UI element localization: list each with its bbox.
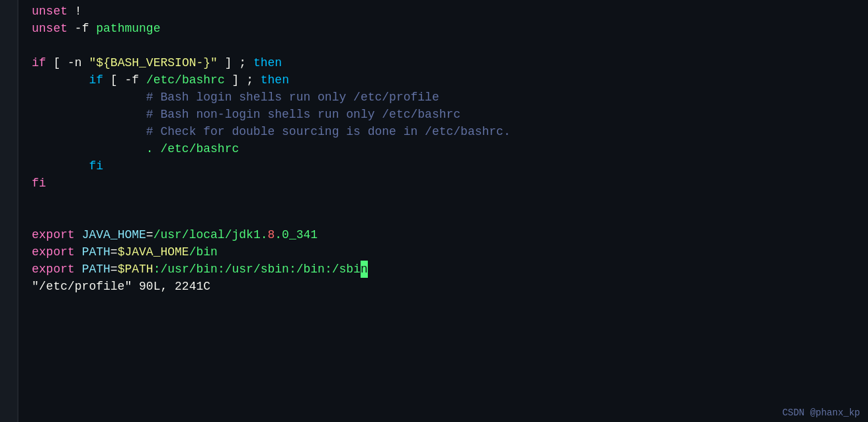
code-area[interactable]: unset ! unset -f pathmunge if [ -n "${BA…: [19, 0, 868, 422]
code-line: # Bash login shells run only /etc/profil…: [32, 89, 868, 106]
code-line: if [ -f /etc/bashrc ] ; then: [32, 71, 868, 89]
code-line: unset -f pathmunge: [32, 20, 868, 37]
line-gutter: [0, 0, 19, 422]
code-line: # Check for double sourcing is done in /…: [32, 123, 868, 140]
code-line: unset !: [32, 3, 868, 20]
code-line: fi: [32, 175, 868, 192]
code-line: if [ -n "${BASH_VERSION-}" ] ; then: [32, 54, 868, 71]
editor-container: unset ! unset -f pathmunge if [ -n "${BA…: [0, 0, 868, 422]
csdn-watermark: CSDN @phanx_kp: [782, 407, 860, 418]
code-line: export PATH=$JAVA_HOME/bin: [32, 243, 868, 261]
code-line: [32, 192, 868, 209]
code-line: export PATH=$PATH:/usr/bin:/usr/sbin:/bi…: [32, 261, 868, 278]
code-line: . /etc/bashrc: [32, 140, 868, 157]
code-line: "/etc/profile" 90L, 2241C: [32, 278, 868, 295]
code-line: export JAVA_HOME=/usr/local/jdk1.8.0_341: [32, 226, 868, 243]
code-line: fi: [32, 157, 868, 175]
code-line: [32, 37, 868, 54]
status-bar: CSDN @phanx_kp: [774, 403, 868, 422]
code-line: # Bash non-login shells run only /etc/ba…: [32, 106, 868, 123]
code-line: [32, 209, 868, 226]
